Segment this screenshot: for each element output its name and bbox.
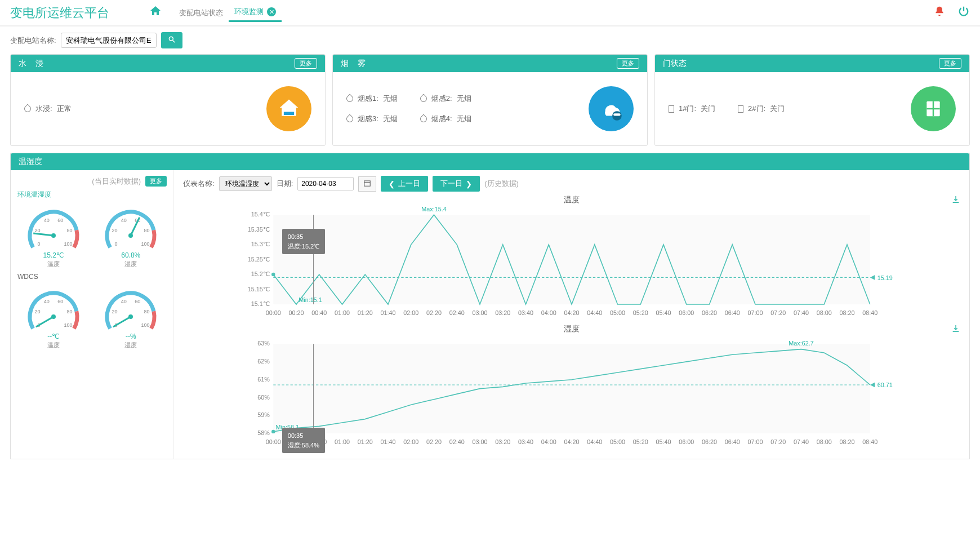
- gauge-value: 60.8%: [95, 251, 167, 259]
- svg-line-14: [33, 233, 54, 236]
- status-value: 关门: [770, 104, 785, 114]
- panel-water: 水 浸 更多 水浸: 正常: [10, 54, 326, 146]
- more-button[interactable]: 更多: [617, 58, 639, 69]
- status-item: 烟感3:无烟: [346, 114, 398, 124]
- svg-text:00:00: 00:00: [266, 310, 281, 317]
- svg-line-1: [172, 41, 175, 43]
- svg-text:80: 80: [66, 228, 72, 233]
- svg-text:08:40: 08:40: [862, 310, 877, 317]
- status-item: 2#门:关门: [738, 104, 785, 114]
- flame-icon: [418, 94, 428, 104]
- prev-day-button[interactable]: ❮上一日: [381, 176, 428, 192]
- gauge-group-title: WDCS: [17, 273, 167, 281]
- status-item: 水浸: 正常: [24, 104, 72, 114]
- svg-text:100: 100: [64, 322, 72, 328]
- house-icon: [266, 86, 311, 131]
- panel-title: 温湿度: [19, 157, 42, 167]
- date-input[interactable]: [297, 177, 354, 190]
- power-icon[interactable]: [957, 5, 970, 21]
- svg-text:20: 20: [112, 228, 118, 233]
- gauge-label: 温度: [17, 341, 90, 349]
- more-button[interactable]: 更多: [145, 176, 167, 187]
- gauge-label: 湿度: [95, 341, 167, 349]
- svg-text:01:40: 01:40: [380, 439, 395, 446]
- more-button[interactable]: 更多: [939, 58, 961, 69]
- svg-text:04:40: 04:40: [587, 439, 602, 446]
- status-item: 烟感4:无烟: [420, 114, 471, 124]
- svg-text:05:00: 05:00: [610, 439, 625, 446]
- chart-1: 湿度 58%59%60%61%62%63%00:0000:2000:4001:0…: [183, 324, 960, 450]
- svg-text:07:40: 07:40: [794, 310, 809, 317]
- download-icon[interactable]: [951, 195, 960, 206]
- svg-text:03:20: 03:20: [495, 439, 510, 446]
- svg-text:40: 40: [44, 218, 50, 223]
- gauge-label: 湿度: [95, 260, 167, 268]
- close-icon[interactable]: ✕: [267, 7, 276, 16]
- svg-text:40: 40: [44, 299, 50, 304]
- bell-icon[interactable]: [934, 6, 945, 20]
- svg-text:60: 60: [57, 299, 63, 304]
- topbar: 变电所运维云平台 变配电站状态 环境监测 ✕: [0, 0, 980, 26]
- svg-text:02:20: 02:20: [426, 439, 442, 446]
- panel-smoke: 烟 雾 更多 烟感1:无烟 烟感2:无烟 烟感3:无烟 烟感4:无烟: [332, 54, 648, 146]
- svg-rect-2: [284, 112, 294, 116]
- svg-text:02:00: 02:00: [403, 310, 418, 317]
- calendar-icon[interactable]: [358, 176, 376, 192]
- tab-label: 环境监测: [234, 7, 264, 17]
- tab-station-status[interactable]: 变配电站状态: [173, 5, 229, 21]
- svg-text:06:20: 06:20: [702, 439, 717, 446]
- svg-text:07:20: 07:20: [770, 439, 786, 446]
- svg-text:05:40: 05:40: [656, 310, 671, 317]
- svg-text:06:20: 06:20: [702, 310, 717, 317]
- status-value: 关门: [701, 104, 715, 114]
- date-label: 日期:: [277, 179, 293, 189]
- station-name-input[interactable]: [61, 33, 157, 48]
- svg-text:59%: 59%: [257, 412, 270, 419]
- svg-text:15.3℃: 15.3℃: [251, 241, 270, 247]
- status-value: 无烟: [383, 94, 398, 104]
- search-button[interactable]: [161, 32, 182, 48]
- svg-text:20: 20: [34, 228, 40, 233]
- status-label: 水浸:: [35, 104, 52, 114]
- more-button[interactable]: 更多: [295, 58, 317, 69]
- svg-text:08:40: 08:40: [862, 439, 877, 446]
- svg-text:08:20: 08:20: [839, 310, 854, 317]
- tab-environment-monitor[interactable]: 环境监测 ✕: [229, 3, 282, 22]
- svg-text:62%: 62%: [257, 358, 270, 365]
- panel-door: 门状态 更多 1#门:关门 2#门:关门: [654, 54, 970, 146]
- svg-text:Min:15.1: Min:15.1: [299, 296, 322, 303]
- svg-text:00:40: 00:40: [311, 310, 327, 317]
- home-icon[interactable]: [149, 5, 162, 21]
- svg-text:08:20: 08:20: [839, 439, 854, 446]
- next-day-button[interactable]: 下一日❯: [433, 176, 480, 192]
- history-hint: (历史数据): [484, 179, 519, 189]
- chart-0: 温度 15.1℃15.15℃15.2℃15.25℃15.3℃15.35℃15.4…: [183, 195, 960, 321]
- line-chart-svg[interactable]: 15.1℃15.15℃15.2℃15.25℃15.3℃15.35℃15.4℃00…: [183, 206, 960, 319]
- svg-text:00:20: 00:20: [289, 310, 304, 317]
- meter-select[interactable]: 环境温湿度: [219, 176, 272, 191]
- svg-point-0: [169, 37, 173, 41]
- svg-text:15.2℃: 15.2℃: [251, 270, 270, 277]
- svg-text:100: 100: [64, 241, 72, 247]
- panel-temperature-humidity: 温湿度 (当日实时数据) 更多 环境温湿度 020406080100 15.2℃…: [10, 153, 970, 459]
- status-item: 1#门:关门: [669, 104, 715, 114]
- status-item: 烟感2:无烟: [420, 94, 471, 104]
- svg-text:Max:15.4: Max:15.4: [421, 206, 446, 212]
- panel-title: 烟 雾: [341, 59, 369, 69]
- status-label: 烟感3:: [358, 114, 378, 124]
- download-icon[interactable]: [951, 324, 960, 335]
- gauge-value: --%: [95, 332, 167, 340]
- svg-rect-4: [613, 113, 621, 116]
- svg-text:15.35℃: 15.35℃: [248, 226, 270, 233]
- svg-point-79: [271, 273, 275, 276]
- door-icon: [738, 105, 743, 113]
- status-label: 2#门:: [748, 104, 765, 114]
- svg-text:05:00: 05:00: [610, 310, 625, 317]
- search-bar: 变配电站名称:: [0, 26, 980, 54]
- chevron-right-icon: ❯: [466, 180, 472, 188]
- svg-rect-40: [364, 180, 371, 185]
- svg-text:15.1℃: 15.1℃: [251, 300, 270, 307]
- svg-text:07:40: 07:40: [794, 439, 809, 446]
- gauge-value: 15.2℃: [17, 251, 90, 259]
- svg-text:05:20: 05:20: [633, 439, 648, 446]
